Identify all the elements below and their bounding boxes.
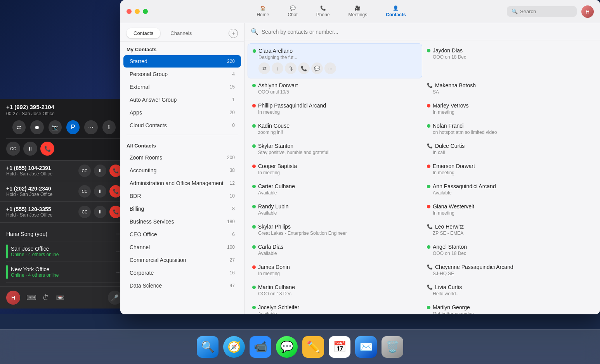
voicemail-icon[interactable]: 📼 [56,293,64,302]
contact-randy-lubin[interactable]: Randy Lubin Available [248,199,422,220]
main-content: Contacts Channels + My Contacts Starred … [120,23,600,314]
history-icon[interactable]: ⏱ [43,294,50,302]
action-transfer-btn[interactable]: ⇄ [258,62,270,74]
contact-status-clara: Designing the fut... [258,55,417,60]
contact-skylar-philips[interactable]: Skylar Philips Great Lakes - Enterprise … [248,220,422,240]
minimize-button[interactable] [135,9,140,14]
contact-jocelyn-schleifer[interactable]: Jocelyn Schleifer Available [248,300,422,314]
sidebar-item-billing[interactable]: Billing 8 [123,203,241,215]
contact-angel-stanton[interactable]: Angel Stanton OOO on 18 Dec [422,240,597,260]
sidebar-item-starred[interactable]: Starred 220 [123,55,241,68]
sidebar-item-business-services[interactable]: Business Services 180 [123,215,241,228]
sidebar-item-personal-group[interactable]: Personal Group 4 [123,68,241,80]
video-icon[interactable]: 📷 [49,120,62,134]
add-contact-button[interactable]: + [229,29,238,38]
dock-icon-sketch[interactable]: ✏️ [302,336,324,358]
sidebar-item-external[interactable]: External 15 [123,81,241,93]
sidebar-item-channel[interactable]: Channel 100 [123,241,241,253]
tab-meetings[interactable]: 🎥 Meetings [339,2,377,21]
title-search-input[interactable] [520,9,567,14]
sidebar-item-corporate[interactable]: Corporate 16 [123,267,241,279]
action-park-btn[interactable]: ⇅ [285,62,297,74]
hold-codec-2[interactable]: CC [78,185,91,198]
mic-button[interactable]: 🎤 [108,291,122,305]
contact-nolan-franci[interactable]: Nolan Franci on hotspot atm so limited v… [422,119,597,139]
info-icon[interactable]: ℹ [102,120,116,134]
contact-skylar-stanton[interactable]: Skylar Stanton Stay positive, humble and… [248,139,422,159]
contacts-search-bar[interactable]: 🔍 [245,23,600,40]
title-search-bar[interactable]: 🔍 [507,6,577,17]
contact-phillip-arcand[interactable]: Phillip Passaquindici Arcand In meeting [248,99,422,119]
participant-icon[interactable]: P [66,120,80,134]
contact-livia-curtis[interactable]: 📞 Livia Curtis Hello world... [422,280,597,300]
dock-icon-mail[interactable]: ✉️ [355,336,377,358]
sidebar-item-cloud-contacts[interactable]: Cloud Contacts 0 [123,119,241,132]
dock-icon-calendar[interactable]: 📅 [329,336,350,358]
codec-btn[interactable]: CC [6,142,20,156]
contact-name-randy: Randy Lubin [258,203,289,210]
user-profile-avatar[interactable]: H [581,5,594,18]
contact-jaydon-dias[interactable]: Jaydon Dias OOO on 18 Dec [422,43,597,78]
contact-james-donin[interactable]: James Donin In meeting [248,260,422,280]
action-more-btn[interactable]: ··· [324,62,336,74]
contact-emerson-dorwart[interactable]: Emerson Dorwart In meeting [422,159,597,179]
contacts-search-input[interactable] [262,29,594,35]
tab-phone[interactable]: 📞 Phone [307,2,339,21]
hold-pause-1[interactable]: ⏸ [94,165,106,177]
contact-giana-westervelt[interactable]: Giana Westervelt In meeting [422,199,597,220]
dock-icon-safari[interactable]: 🧭 [223,336,245,358]
record-icon[interactable]: ⏺ [30,120,43,134]
contact-ashlynn-dorwart[interactable]: Ashlynn Dorwart OOO until 10/5 [248,78,422,99]
tab-chat[interactable]: 💬 Chat [278,2,307,21]
contact-name-marilyn: Marilyn George [433,304,470,310]
end-call-btn[interactable]: 📞 [40,142,54,156]
sidebar-item-admin-office[interactable]: Administration and Office Management 12 [123,177,241,189]
sidebar-item-ceo-office[interactable]: CEO Office 6 [123,228,241,241]
transfer-icon[interactable]: ⇄ [12,120,26,134]
sidebar-tab-contacts[interactable]: Contacts [127,28,160,38]
sidebar-item-bdr[interactable]: BDR 10 [123,190,241,202]
contact-kadin-gouse[interactable]: Kadin Gouse zooming in!! [248,119,422,139]
contact-carla-dias[interactable]: Carla Dias Available [248,240,422,260]
maximize-button[interactable] [143,9,148,14]
hold-codec-1[interactable]: CC [78,165,91,177]
action-call-btn[interactable]: 📞 [298,62,310,74]
close-button[interactable] [127,9,132,14]
contact-status-marley: In meeting [433,109,592,115]
sidebar-item-data-science[interactable]: Data Science 47 [123,279,241,292]
sidebar-item-auto-answer[interactable]: Auto Answer Group 1 [123,94,241,106]
mail-icon: ✉️ [359,340,373,353]
sidebar-item-apps[interactable]: Apps 20 [123,106,241,119]
more-icon[interactable]: ⋯ [84,120,97,134]
contact-cheyenne-arcand[interactable]: 📞 Cheyenne Passaquindici Arcand SJ-HQ SE [422,260,597,280]
dock-icon-zoom[interactable]: 📹 [250,336,271,358]
contact-marilyn-george[interactable]: Marilyn George Get better everyday [422,300,597,314]
sidebar-item-accounting[interactable]: Accounting 38 [123,164,241,177]
contact-clara-arellano[interactable]: Clara Arellano Designing the fut... ⇄ ↕ … [248,43,422,78]
dock-icon-messages[interactable]: 💬 [276,336,298,358]
tab-home[interactable]: 🏠 Home [247,2,278,21]
hold-call-3-number: +1 (555) 120-3355 [6,206,78,212]
contact-carter-culhane[interactable]: Carter Culhane Available [248,179,422,199]
contact-martin-culhane[interactable]: Martin Culhane OOO on 18 Dec [248,280,422,300]
contact-dulce-curtis[interactable]: 📞 Dulce Curtis In call [422,139,597,159]
action-hold-btn[interactable]: ↕ [272,62,283,74]
contact-leo-herwitz[interactable]: 📞 Leo Herwitz ZP SE - EMEA [422,220,597,240]
contact-makenna-botosh[interactable]: 📞 Makenna Botosh SA [422,78,597,99]
sidebar-item-zoom-rooms[interactable]: Zoom Rooms 200 [123,151,241,164]
sidebar-tab-channels[interactable]: Channels [163,28,199,38]
hold-pause-3[interactable]: ⏸ [94,206,106,218]
tab-contacts[interactable]: 👤 Contacts [376,2,415,21]
hold-btn[interactable]: ⏸ [23,142,37,156]
contact-cooper-baptista[interactable]: Cooper Baptista In meeting [248,159,422,179]
dialpad-icon[interactable]: ⌨ [26,293,36,302]
hold-codec-3[interactable]: CC [78,206,91,218]
app-window: 🏠 Home 💬 Chat 📞 Phone 🎥 Meetings 👤 Conta… [120,0,600,314]
sidebar-item-commercial[interactable]: Commercial Acquisition 27 [123,254,241,266]
dock-icon-trash[interactable]: 🗑️ [382,336,403,358]
dock-icon-finder[interactable]: 🔍 [197,336,218,358]
hold-pause-2[interactable]: ⏸ [94,185,106,198]
contact-marley-vetrovs[interactable]: Marley Vetrovs In meeting [422,99,597,119]
contact-ann-arcand[interactable]: Ann Passaquindici Arcand Available [422,179,597,199]
action-chat-btn[interactable]: 💬 [311,62,323,74]
